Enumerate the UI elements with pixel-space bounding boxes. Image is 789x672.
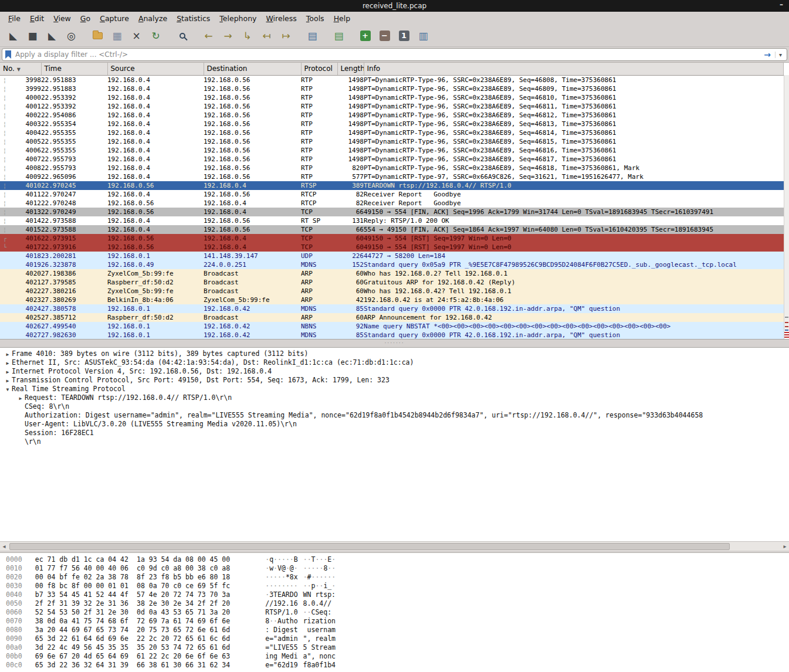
detail-row[interactable]: ▶Transmission Control Protocol, Src Port…	[0, 376, 789, 385]
menu-help[interactable]: Help	[329, 13, 355, 24]
packet-row[interactable]: ¦400222.954086192.168.0.4192.168.0.56RTP…	[0, 111, 784, 120]
packet-row[interactable]: 402227.380216ZyxelCom_5b:99:feBroadcastA…	[0, 287, 784, 296]
packet-row[interactable]: 401926.323878192.168.0.49224.0.0.251MDNS…	[0, 260, 784, 269]
packet-row[interactable]: ¦401222.970248192.168.0.56192.168.0.4RTC…	[0, 199, 784, 208]
menu-edit[interactable]: Edit	[25, 13, 49, 24]
open-file-icon[interactable]	[88, 27, 107, 45]
column-header-destination[interactable]: Destination	[204, 63, 301, 75]
find-packet-icon[interactable]	[172, 27, 192, 45]
save-file-icon[interactable]: ▦	[107, 27, 127, 45]
packet-row[interactable]: 402427.380578192.168.0.1192.168.0.42MDNS…	[0, 304, 784, 313]
packet-row[interactable]: ¦401322.970249192.168.0.56192.168.0.4TCP…	[0, 208, 784, 216]
zoom-out-icon[interactable]: −	[375, 27, 394, 45]
go-last-icon[interactable]: ↦	[276, 27, 296, 45]
packet-row[interactable]: ¦399822.951883192.168.0.4192.168.0.56RTP…	[0, 75, 784, 84]
menu-capture[interactable]: Capture	[95, 13, 134, 24]
hex-row[interactable]: 002000 04 bf fe 02 2a 38 788f 23 f8 b5 b…	[6, 573, 789, 582]
column-header-source[interactable]: Source	[107, 63, 204, 75]
stop-capture-icon[interactable]: ■	[23, 27, 42, 45]
menu-wireless[interactable]: Wireless	[262, 13, 302, 24]
packet-row[interactable]: ¦401422.973588192.168.0.4192.168.0.56RT …	[0, 216, 784, 225]
menu-telephony[interactable]: Telephony	[215, 13, 261, 24]
packet-row[interactable]: ¦400022.953392192.168.0.4192.168.0.56RTP…	[0, 93, 784, 102]
detail-row[interactable]: ▶Ethernet II, Src: ASUSTekC_93:54:da (04…	[0, 358, 789, 367]
capture-options-icon[interactable]: ◎	[62, 27, 81, 45]
detail-row[interactable]: Session: 16F28EC1	[0, 429, 789, 437]
menu-tools[interactable]: Tools	[302, 13, 329, 24]
restart-capture-icon[interactable]: ◣	[42, 27, 62, 45]
hex-row[interactable]: 00a03d 22 4c 49 56 45 35 3535 20 53 74 7…	[6, 643, 789, 652]
go-forward-icon[interactable]: →	[218, 27, 238, 45]
reload-icon[interactable]: ↻	[146, 27, 165, 45]
menu-view[interactable]: View	[49, 13, 76, 24]
packet-row[interactable]: 402527.385712Raspberr_df:50:d2BroadcastA…	[0, 313, 784, 322]
details-horizontal-scrollbar[interactable]: ◂ ▸	[0, 541, 789, 551]
scroll-right-arrow-icon[interactable]: ▸	[781, 543, 789, 549]
close-file-icon[interactable]: ×	[127, 27, 146, 45]
apply-filter-button[interactable]: →	[761, 50, 773, 59]
packet-row[interactable]: 402727.982630192.168.0.1192.168.0.42MDNS…	[0, 331, 784, 340]
hex-row[interactable]: 003000 f8 bc 8f 00 00 01 0108 0a 70 c0 c…	[6, 582, 789, 590]
menu-analyze[interactable]: Analyze	[134, 13, 172, 24]
hex-row[interactable]: 0040b7 33 54 45 41 52 44 4f57 4e 20 72 7…	[6, 590, 789, 599]
hex-row[interactable]: 00502f 2f 31 39 32 2e 31 3638 2e 30 2e 3…	[6, 599, 789, 608]
start-capture-icon[interactable]: ◣	[4, 27, 23, 45]
packet-row[interactable]: ¦400522.955355192.168.0.4192.168.0.56RTP…	[0, 137, 784, 146]
hex-row[interactable]: 001001 77 f7 56 40 00 40 06c0 9d c0 a8 0…	[6, 564, 789, 573]
packet-row[interactable]: ¦399922.951883192.168.0.4192.168.0.56RTP…	[0, 84, 784, 93]
column-header-protocol[interactable]: Protocol	[301, 63, 337, 75]
packet-row[interactable]: 401823.200281192.168.0.1141.148.39.147UD…	[0, 252, 784, 260]
column-header-length[interactable]: Length	[337, 63, 364, 75]
expand-icon[interactable]: ▶	[4, 368, 12, 376]
scrollbar-thumb[interactable]	[9, 543, 730, 550]
packet-row[interactable]: ¦400922.965096192.168.0.4192.168.0.56RTP…	[0, 172, 784, 181]
go-first-icon[interactable]: ↤	[257, 27, 276, 45]
menu-statistics[interactable]: Statistics	[172, 13, 215, 24]
packet-row[interactable]: ┌401622.973915192.168.0.56192.168.0.4TCP…	[0, 234, 784, 243]
filter-dropdown-caret[interactable]: ▾	[775, 52, 784, 58]
expand-icon[interactable]: ▶	[4, 359, 12, 367]
hex-row[interactable]: 009065 3d 22 61 64 6d 69 6e22 2c 20 72 6…	[6, 634, 789, 643]
bookmark-icon[interactable]	[5, 50, 11, 59]
menu-file[interactable]: File	[4, 13, 25, 24]
packet-row[interactable]: ¦400622.955355192.168.0.4192.168.0.56RTP…	[0, 146, 784, 155]
detail-row[interactable]: ▶Frame 4010: 389 bytes on wire (3112 bit…	[0, 349, 789, 358]
detail-row[interactable]: \r\n	[0, 437, 789, 446]
hex-row[interactable]: 00803a 20 44 69 67 65 73 7420 75 73 65 7…	[6, 626, 789, 634]
autoscroll-icon[interactable]: ▤	[303, 27, 322, 45]
detail-row[interactable]: User-Agent: LibVLC/3.0.20 (LIVE555 Strea…	[0, 420, 789, 429]
hex-row[interactable]: 0000ec 71 db d1 1c ca 04 421a 93 54 da 0…	[6, 555, 789, 564]
packet-row[interactable]: ¦400122.953392192.168.0.4192.168.0.56RTP…	[0, 102, 784, 111]
column-header-no[interactable]: No. ▼	[0, 63, 41, 75]
packet-row[interactable]: ¦400422.955355192.168.0.4192.168.0.56RTP…	[0, 128, 784, 137]
expand-icon[interactable]: ▶	[4, 350, 12, 358]
packet-row[interactable]: ¦401122.970247192.168.0.4192.168.0.56RTC…	[0, 190, 784, 199]
colorize-icon[interactable]: ▤	[329, 27, 348, 45]
hex-row[interactable]: 00c065 3d 22 36 32 64 31 3966 38 61 30 6…	[6, 661, 789, 670]
minimize-button[interactable]: –	[780, 1, 783, 9]
packet-row[interactable]: ¦401022.970245192.168.0.56192.168.0.4RTS…	[0, 181, 784, 190]
hex-row[interactable]: 006052 54 53 50 2f 31 2e 300d 0a 43 53 6…	[6, 608, 789, 617]
packet-row[interactable]: 402327.380269BelkinIn_8b:4a:06ZyxelCom_5…	[0, 296, 784, 304]
packet-row[interactable]: ¦400822.955793192.168.0.4192.168.0.56RTP…	[0, 164, 784, 172]
column-header-time[interactable]: Time	[41, 63, 107, 75]
expand-icon[interactable]: ▶	[16, 394, 25, 402]
resize-columns-icon[interactable]: ▥	[414, 27, 433, 45]
packet-row[interactable]: ¦401522.973588192.168.0.4192.168.0.56TCP…	[0, 225, 784, 234]
zoom-100-icon[interactable]: 1	[394, 27, 414, 45]
collapse-icon[interactable]: ▼	[4, 385, 12, 393]
expand-icon[interactable]: ▶	[4, 376, 12, 385]
menu-go[interactable]: Go	[76, 13, 95, 24]
scroll-left-arrow-icon[interactable]: ◂	[0, 543, 8, 549]
detail-row[interactable]: CSeq: 8\r\n	[0, 402, 789, 411]
packet-row[interactable]: └401722.973916192.168.0.56192.168.0.4TCP…	[0, 243, 784, 252]
packet-list-scrollbar[interactable]	[784, 75, 789, 339]
packet-row[interactable]: 402027.198386ZyxelCom_5b:99:feBroadcastA…	[0, 269, 784, 278]
detail-row[interactable]: ▶Internet Protocol Version 4, Src: 192.1…	[0, 367, 789, 376]
packet-row[interactable]: 402627.499540192.168.0.1192.168.0.42NBNS…	[0, 322, 784, 331]
pane-splitter[interactable]: ·······	[0, 339, 789, 348]
zoom-in-icon[interactable]: +	[355, 27, 375, 45]
detail-row[interactable]: Authorization: Digest username="admin", …	[0, 411, 789, 420]
hex-row[interactable]: 007038 0d 0a 41 75 74 68 6f72 69 7a 61 7…	[6, 617, 789, 626]
detail-row[interactable]: ▶Request: TEARDOWN rtsp://192.168.0.4// …	[0, 393, 789, 402]
